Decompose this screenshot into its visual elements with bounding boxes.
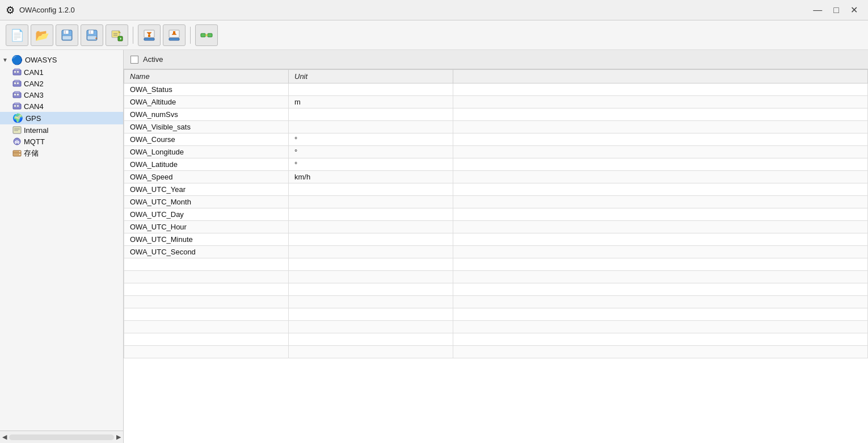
cell-unit (289, 121, 453, 133)
table-row[interactable] (124, 283, 868, 296)
table-row[interactable] (124, 346, 868, 358)
toolbar: 📄 📂 * (0, 20, 868, 50)
tree-container[interactable]: ▼ 🔵 OWASYS CAN1 (0, 50, 123, 431)
sidebar-item-mqtt[interactable]: MQTT (0, 136, 123, 147)
cell-unit (289, 346, 453, 358)
table-row[interactable] (124, 308, 868, 321)
can-icon (12, 68, 22, 77)
table-row[interactable]: OWA_UTC_Minute (124, 233, 868, 246)
open-file-button[interactable]: 📂 (31, 24, 53, 46)
table-row[interactable] (124, 321, 868, 333)
svg-rect-33 (17, 82, 19, 84)
storage-icon (12, 149, 22, 158)
cell-unit (289, 308, 453, 321)
svg-rect-22 (169, 38, 179, 40)
table-row[interactable]: OWA_Speedkm/h (124, 171, 868, 183)
table-row[interactable]: OWA_Longitude° (124, 146, 868, 158)
table-row[interactable]: OWA_Status (124, 83, 868, 96)
table-body: OWA_StatusOWA_AltitudemOWA_numSvsOWA_Vis… (124, 83, 868, 358)
maximize-button[interactable]: □ (829, 3, 844, 16)
sidebar-item-can1[interactable]: CAN1 (0, 66, 123, 78)
table-row[interactable]: OWA_Altitudem (124, 96, 868, 108)
tree-root-label: OWASYS (25, 56, 57, 64)
minimize-button[interactable]: — (808, 3, 827, 16)
cell-extra (453, 146, 868, 158)
table-row[interactable]: OWA_UTC_Year (124, 183, 868, 196)
cell-extra (453, 221, 868, 233)
cell-name (124, 296, 289, 308)
scroll-track[interactable] (9, 434, 114, 440)
internal-icon (12, 126, 22, 135)
cell-extra (453, 121, 868, 133)
active-checkbox[interactable] (130, 56, 138, 64)
cell-name: OWA_Latitude (124, 158, 289, 171)
table-row[interactable]: OWA_Visible_sats (124, 121, 868, 133)
cell-name: OWA_Course (124, 133, 289, 146)
save-as-button[interactable]: * (81, 24, 103, 46)
tree-label-can3: CAN3 (24, 91, 44, 99)
cell-unit (289, 183, 453, 196)
svg-point-26 (205, 34, 208, 36)
sidebar-item-can3[interactable]: CAN3 (0, 89, 123, 101)
new-file-button[interactable]: 📄 (6, 24, 28, 46)
cell-extra (453, 333, 868, 346)
cell-name (124, 283, 289, 296)
mqtt-icon (12, 137, 22, 146)
cell-unit (289, 108, 453, 121)
export-button[interactable] (106, 24, 128, 46)
tree-label-storage: 存储 (24, 148, 39, 158)
sidebar-item-can4[interactable]: CAN4 (0, 101, 123, 112)
svg-rect-6 (90, 31, 91, 34)
cell-name: OWA_UTC_Month (124, 196, 289, 208)
active-bar: Active (124, 50, 868, 69)
cell-unit (289, 333, 453, 346)
cell-extra (453, 96, 868, 108)
table-row[interactable] (124, 271, 868, 283)
table-row[interactable]: OWA_Latitude° (124, 158, 868, 171)
cell-unit: km/h (289, 171, 453, 183)
sidebar-scrollbar[interactable]: ◀ ▶ (0, 431, 123, 443)
cell-unit: ° (289, 158, 453, 171)
close-button[interactable]: ✕ (846, 3, 862, 16)
tree-expand-root[interactable]: ▼ (2, 57, 8, 63)
save-icon (61, 29, 73, 41)
app-icon: ⚙ (6, 4, 15, 16)
tree-label-can2: CAN2 (24, 80, 44, 88)
svg-point-51 (19, 154, 20, 155)
table-row[interactable]: OWA_numSvs (124, 108, 868, 121)
connect-button[interactable] (195, 24, 218, 46)
svg-rect-29 (17, 71, 19, 73)
tree-label-can4: CAN4 (24, 102, 44, 111)
export-icon (111, 29, 123, 41)
active-label: Active (143, 55, 163, 64)
table-row[interactable] (124, 258, 868, 271)
table-row[interactable]: OWA_Course° (124, 133, 868, 146)
app-title: OWAconfig 1.2.0 (19, 6, 75, 14)
tree-root[interactable]: ▼ 🔵 OWASYS (0, 53, 123, 66)
scroll-right-btn[interactable]: ▶ (116, 433, 121, 441)
cell-unit (289, 271, 453, 283)
cell-unit (289, 296, 453, 308)
table-row[interactable]: OWA_UTC_Hour (124, 221, 868, 233)
sidebar-item-can2[interactable]: CAN2 (0, 78, 123, 89)
svg-point-47 (14, 138, 20, 145)
table-row[interactable] (124, 333, 868, 346)
cell-extra (453, 283, 868, 296)
table-row[interactable]: OWA_UTC_Month (124, 196, 868, 208)
sidebar-item-internal[interactable]: Internal (0, 124, 123, 136)
table-row[interactable] (124, 296, 868, 308)
globe-icon: 🌍 (12, 113, 23, 123)
save-button[interactable] (56, 24, 78, 46)
import-down-button[interactable] (138, 24, 161, 46)
table-scroll[interactable]: Name Unit OWA_StatusOWA_AltitudemOWA_num… (124, 69, 868, 443)
scroll-left-btn[interactable]: ◀ (2, 433, 7, 441)
sidebar-item-storage[interactable]: 存储 (0, 147, 123, 160)
table-row[interactable]: OWA_UTC_Second (124, 246, 868, 258)
svg-rect-30 (14, 69, 20, 70)
owasys-icon: 🔵 (11, 55, 23, 65)
import-up-button[interactable] (163, 24, 186, 46)
table-row[interactable]: OWA_UTC_Day (124, 208, 868, 221)
sidebar-item-gps[interactable]: 🌍 GPS (0, 112, 123, 124)
col-header-extra (453, 70, 868, 83)
svg-rect-24 (208, 34, 212, 37)
